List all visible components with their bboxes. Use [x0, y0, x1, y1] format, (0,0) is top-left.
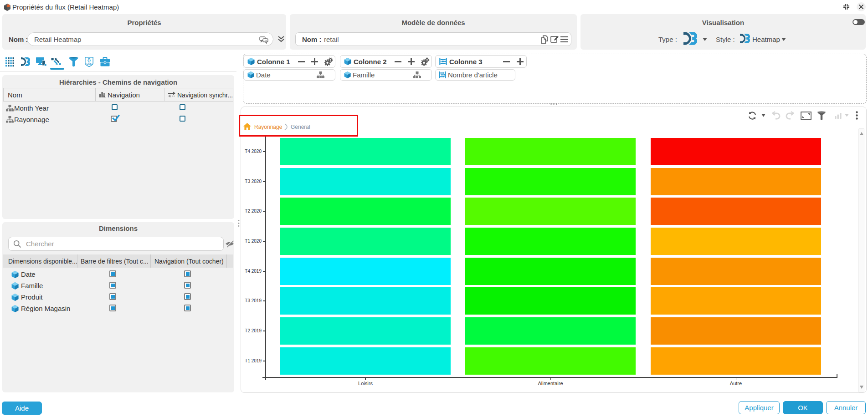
svg-text:{}: {}	[87, 58, 91, 62]
svg-text:CSS: CSS	[87, 62, 92, 65]
